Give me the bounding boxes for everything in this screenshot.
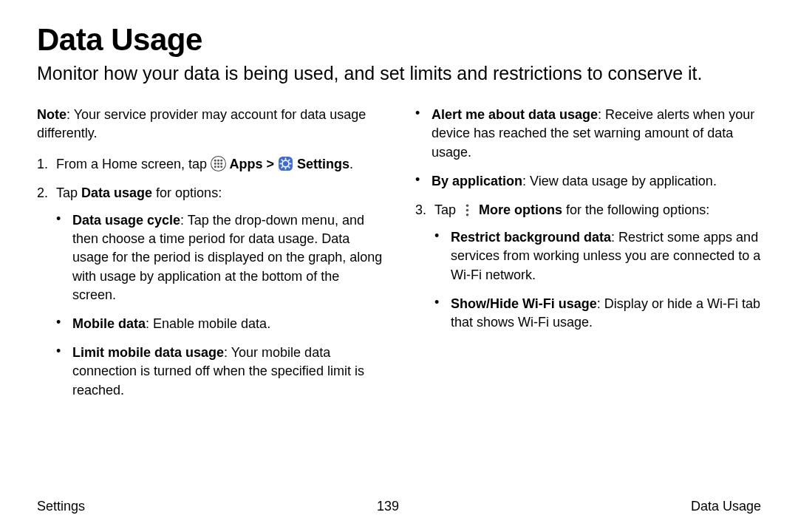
bullet-show-hide-wifi: • Show/Hide Wi-Fi usage: Display or hide… [434,295,761,332]
bullet-dot-icon: • [415,106,432,162]
step-3-more-options-label: More options [475,202,562,217]
svg-point-21 [466,208,469,211]
svg-point-4 [214,163,216,165]
bullet-title: By application [432,174,522,188]
step-3: 3. Tap More options for the following op… [415,201,761,342]
more-options-icon [460,202,475,218]
bullet-dot-icon: • [434,295,451,332]
bullet-title: Alert me about data usage [432,107,598,122]
svg-point-6 [220,163,222,165]
step-3-number: 3. [415,201,434,342]
step-2-number: 2. [37,184,56,410]
bullet-title: Limit mobile data usage [72,345,224,360]
step-3-text-a: Tap [434,202,460,217]
bullet-data-usage-cycle: • Data usage cycle: Tap the drop-down me… [56,211,383,304]
bullet-dot-icon: • [56,211,72,304]
apps-icon [211,156,226,171]
note-label: Note [37,107,66,122]
bullet-body: Show/Hide Wi-Fi usage: Display or hide a… [451,295,761,332]
svg-point-7 [214,166,216,168]
svg-point-3 [220,160,222,162]
footer-section-right: Data Usage [691,499,761,514]
bullet-by-application: • By application: View data usage by app… [415,172,761,191]
bullet-title: Show/Hide Wi-Fi usage [451,296,597,311]
svg-point-20 [466,204,469,207]
step-1: 1. From a Home screen, tap Apps > Settin… [37,155,383,174]
page-title: Data Usage [37,22,761,58]
bullet-body: Data usage cycle: Tap the drop-down menu… [72,211,383,304]
note-paragraph: Note: Your service provider may account … [37,106,383,143]
step-1-number: 1. [37,155,56,174]
bullet-dot-icon: • [415,172,432,191]
step-2-bullets-continued: • Alert me about data usage: Receive ale… [415,106,761,191]
step-1-settings-label: Settings [293,157,349,171]
step-2-bullets: • Data usage cycle: Tap the drop-down me… [56,211,383,400]
bullet-alert-data-usage: • Alert me about data usage: Receive ale… [415,106,761,162]
footer-page-number: 139 [377,499,399,514]
step-2-body: Tap Data usage for options: • Data usage… [56,184,383,410]
page-subtitle: Monitor how your data is being used, and… [37,62,746,85]
svg-point-2 [217,160,219,162]
bullet-body: Restrict background data: Restrict some … [451,228,761,284]
bullet-mobile-data: • Mobile data: Enable mobile data. [56,315,383,333]
bullet-dot-icon: • [434,228,451,284]
bullet-limit-mobile-data: • Limit mobile data usage: Your mobile d… [56,344,383,400]
step-3-bullets: • Restrict background data: Restrict som… [434,228,761,332]
bullet-desc: : Enable mobile data. [146,316,270,331]
step-1-text-a: From a Home screen, tap [56,157,211,171]
step-2: 2. Tap Data usage for options: • Data us… [37,184,383,410]
svg-point-8 [217,166,219,168]
step-1-apps-label: Apps > [226,157,278,171]
step-3-body: Tap More options for the following optio… [434,201,761,342]
bullet-title: Restrict background data [451,230,611,245]
step-2-text-c: for options: [152,185,222,200]
bullet-title: Data usage cycle [72,213,180,228]
bullet-restrict-background: • Restrict background data: Restrict som… [434,228,761,284]
bullet-body: Mobile data: Enable mobile data. [72,315,383,333]
page-footer: Settings 139 Data Usage [37,499,761,514]
bullet-body: Limit mobile data usage: Your mobile dat… [72,344,383,400]
step-2-text-a: Tap [56,185,81,200]
bullet-body: Alert me about data usage: Receive alert… [432,106,761,162]
right-column: • Alert me about data usage: Receive ale… [415,106,761,420]
settings-gear-icon [278,156,293,171]
footer-section-left: Settings [37,499,85,514]
left-column: Note: Your service provider may account … [37,106,383,420]
bullet-dot-icon: • [56,315,72,333]
bullet-desc: : View data usage by application. [522,174,717,188]
svg-point-22 [466,214,469,216]
step-1-end: . [349,157,353,171]
svg-point-5 [217,163,219,165]
note-text: : Your service provider may account for … [37,107,366,140]
content-columns: Note: Your service provider may account … [37,106,761,420]
step-2-text-b: Data usage [81,185,152,200]
svg-point-9 [220,166,222,168]
svg-point-1 [214,160,216,162]
bullet-body: By application: View data usage by appli… [432,172,761,191]
step-3-text-c: for the following options: [562,202,709,217]
step-1-body: From a Home screen, tap Apps > Settings. [56,155,383,174]
bullet-title: Mobile data [72,316,146,331]
bullet-dot-icon: • [56,344,72,400]
